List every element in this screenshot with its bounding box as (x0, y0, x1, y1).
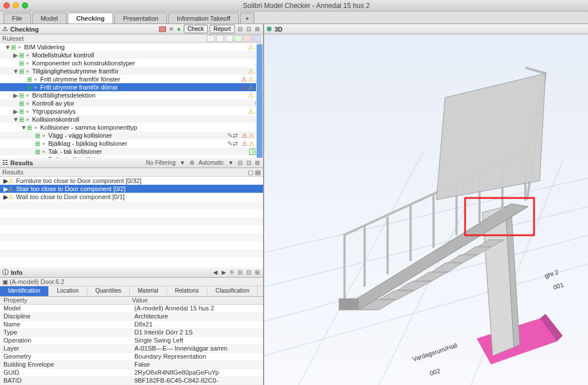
presentation-icon[interactable]: ▤ (255, 169, 261, 176)
tab-presentation[interactable]: Presentation (114, 13, 167, 24)
tree-row[interactable]: ▼⊞▫Kollisioner - samma komponenttyp (0, 123, 263, 131)
tree-label[interactable]: Kollisioner - samma komponenttyp (39, 124, 137, 131)
tree-label[interactable]: Modellstruktur kontroll (31, 52, 94, 59)
col-icon[interactable] (225, 35, 233, 42)
property-row[interactable]: GeometryBoundary Representation (0, 353, 263, 361)
property-row[interactable]: OperationSingle Swing Left (0, 337, 263, 345)
property-row[interactable]: DisciplineArchitecture (0, 313, 263, 321)
prop-col-property[interactable]: Property (0, 297, 132, 304)
tree-label[interactable]: Bristfällighetsdetektion (31, 92, 95, 99)
property-row[interactable]: Model(A-modell) Annedal 15 hus 2 (0, 305, 263, 313)
result-row[interactable]: ▶ ⚠Stair too close to Door component [0/… (0, 185, 263, 193)
tree-row[interactable]: ⊞▫Bjälklag - bjälklag kollisioner✎⇄ ⚠⚠✕ (0, 139, 263, 147)
tree-label[interactable]: BIM Validering (23, 44, 65, 50)
property-row[interactable]: TypeD1 Interiör Dörr 2 1S (0, 329, 263, 337)
tree-label[interactable]: Tak - tak kollisioner (47, 148, 102, 155)
collapse-icon[interactable]: ⊟ (237, 269, 243, 275)
ext-icon[interactable]: ⎘ (229, 269, 235, 275)
tree-row[interactable]: ⊞▫Tak - tak kollisionerOK (0, 147, 263, 155)
tree-label[interactable]: Fritt utrymme framför fönster (39, 76, 120, 83)
info-tab-material[interactable]: Material (130, 286, 167, 296)
tree-label[interactable]: Ytgruppsanalys (31, 108, 76, 115)
tab-file[interactable]: File (3, 13, 31, 24)
result-row[interactable]: ▶ ⚠Furniture too close to Door component… (0, 177, 263, 185)
expand-icon[interactable]: ▶ (3, 185, 8, 193)
report-button[interactable]: Report (210, 25, 235, 33)
expand-icon[interactable]: ▼ (13, 68, 18, 75)
tab-checking[interactable]: Checking (68, 13, 114, 24)
edit-icon[interactable]: ✎⇄ (227, 140, 238, 147)
tab-model[interactable]: Model (32, 13, 67, 24)
tree-row[interactable]: ⊞▫Komponenter och konstruktionstyper⚠ (0, 59, 263, 67)
tree-label[interactable]: Vägg - vägg kollisioner (47, 132, 112, 139)
tree-row[interactable]: ⊞▫Kontroll av ytor (0, 99, 263, 107)
col-icon[interactable] (216, 35, 224, 42)
tree-row[interactable]: ▼⊞▫BIM Validering⚠⚠ (0, 43, 263, 51)
dock-icon[interactable]: ⊞ (254, 269, 261, 275)
tree-row[interactable]: ▶⊞▫Bristfällighetsdetektion⚠⚠ (0, 91, 263, 99)
expand-icon[interactable]: ▶ (13, 108, 18, 115)
ruleset-tree[interactable]: ▼⊞▫BIM Validering⚠⚠▶⊞▫Modellstruktur kon… (0, 43, 263, 158)
expand-icon[interactable]: ▶ (3, 177, 8, 185)
tree-row[interactable]: ⊞▫Fritt utrymme framför fönster⚠⚠⚠ (0, 75, 263, 83)
check-button[interactable]: Check (184, 25, 208, 33)
minimize-icon[interactable] (13, 2, 19, 9)
collapse-icon[interactable]: ⊟ (237, 26, 243, 32)
prop-col-value[interactable]: Value (132, 297, 148, 304)
slide-icon[interactable]: ▢ (247, 169, 253, 176)
info-tab-quantities[interactable]: Quantities (87, 286, 130, 296)
col-icon[interactable] (253, 35, 261, 42)
tree-label[interactable]: Kontroll av ytor (31, 100, 74, 107)
property-row[interactable]: LayerA-01SB---E--- Innerväggar samm (0, 345, 263, 353)
results-list[interactable]: ▶ ⚠Furniture too close to Door component… (0, 177, 263, 267)
expand-icon[interactable]: ▶ (13, 92, 18, 99)
play-icon[interactable]: ● (176, 26, 182, 32)
maximize-icon[interactable]: ⊡ (245, 269, 252, 275)
tree-label[interactable]: Bjälklag - bjälklag kollisioner (47, 140, 127, 147)
tree-row[interactable]: ⊞▫Balk - balk kollisioner— (0, 155, 263, 158)
tree-label[interactable]: Komponenter och konstruktionstyper (31, 60, 135, 67)
expand-icon[interactable]: ▶ (13, 52, 18, 59)
tree-scrollbar[interactable] (256, 43, 263, 158)
close-icon[interactable] (3, 2, 10, 9)
col-icon[interactable] (234, 35, 242, 42)
tab-info-takeoff[interactable]: Information Takeoff (168, 13, 239, 24)
maximize-icon[interactable] (22, 2, 28, 9)
automatic-dropdown-icon[interactable]: ▼ (227, 160, 235, 166)
expand-icon[interactable]: ▼ (13, 116, 18, 123)
tree-row[interactable]: ▼⊞▫Tillgänglighetsutrymme framför⚠⚠ (0, 67, 263, 75)
filter-icon[interactable]: ▼ (179, 160, 187, 166)
3d-viewport[interactable]: Vardagsrum/Hall 002 ght 2 001 (264, 34, 588, 385)
expand-icon[interactable]: ▼ (5, 44, 10, 50)
expand-icon[interactable]: ▶ (3, 193, 8, 201)
tree-label[interactable]: Tillgänglighetsutrymme framför (31, 68, 119, 75)
result-row[interactable]: ▶ ⚠Wall too close to Door component [0/1… (0, 193, 263, 201)
ruleset-add-icon[interactable] (159, 26, 166, 32)
prev-icon[interactable]: ◀ (212, 269, 219, 275)
col-icon[interactable] (207, 35, 215, 42)
tree-row[interactable]: ⊞▫Fritt utrymme framför dörrar⚠⚠⚠ (0, 83, 263, 91)
info-tab-identification[interactable]: Identification (0, 286, 49, 296)
tab-add[interactable]: + (240, 13, 254, 24)
tree-label[interactable]: Balk - balk kollisioner (47, 156, 107, 158)
col-icon[interactable] (243, 35, 252, 42)
info-tab-location[interactable]: Location (49, 286, 87, 296)
dock-icon[interactable]: ⊞ (254, 26, 261, 32)
tree-row[interactable]: ▶⊞▫Ytgruppsanalys⚠⚠ (0, 107, 263, 115)
collapse-icon[interactable]: ⊟ (237, 160, 243, 166)
maximize-icon[interactable]: ⊡ (245, 160, 252, 166)
remove-icon[interactable]: ✕ (168, 26, 175, 32)
tree-row[interactable]: ▼⊞▫Kollisionskontroll (0, 115, 263, 123)
property-row[interactable]: BATID9BF182FB-6C45-C842-82C0-CE44283F88B… (0, 377, 263, 385)
expand-icon[interactable]: ▼ (21, 124, 26, 131)
property-row[interactable]: Building EnvelopeFalse (0, 361, 263, 369)
tree-label[interactable]: Fritt utrymme framför dörrar (39, 84, 118, 91)
info-tab-classification[interactable]: Classification (207, 286, 258, 296)
maximize-icon[interactable]: ⊡ (245, 26, 252, 32)
automatic-icon[interactable]: ⚙ (188, 160, 196, 166)
next-icon[interactable]: ▶ (220, 269, 227, 275)
property-row[interactable]: NameD8x21 (0, 321, 263, 329)
tree-label[interactable]: Kollisionskontroll (31, 116, 79, 123)
dock-icon[interactable]: ⊞ (254, 160, 261, 166)
tree-row[interactable]: ▶⊞▫Modellstruktur kontroll⚠ (0, 51, 263, 59)
